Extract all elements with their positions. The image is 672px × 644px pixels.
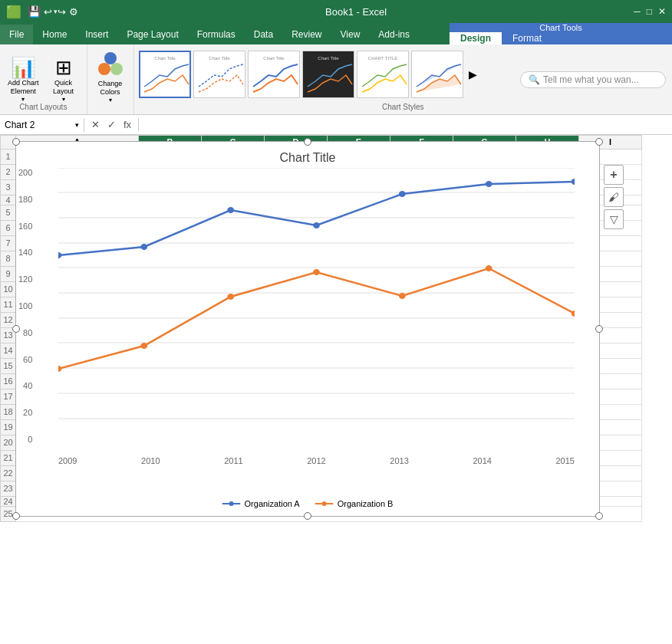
row-header: 7 [1,235,16,251]
chart-legend: Organization A Organization B [222,499,394,508]
tab-formulas[interactable]: Formulas [188,25,245,44]
svg-point-32 [58,366,61,372]
x-label-2009: 2009 [58,456,77,465]
row-header: 10 [1,281,16,297]
resize-handle-br[interactable] [595,512,603,520]
row-header: 8 [1,251,16,266]
chart-style-6[interactable] [411,51,463,98]
svg-point-34 [227,294,234,300]
resize-handle-mr[interactable] [595,325,603,333]
add-chart-icon: 📊 [11,58,35,77]
minimize-btn[interactable]: ─ [634,6,641,17]
tell-me-box[interactable]: 🔍 Tell me what you wan... [520,71,666,88]
tab-format[interactable]: Format [502,32,552,44]
chart-style-5[interactable]: CHART TITLE [357,51,409,98]
formula-buttons: ✕ ✓ fx [84,118,139,131]
tab-file[interactable]: File [0,25,33,44]
tab-design[interactable]: Design [450,32,502,44]
add-element-btn[interactable]: + [604,165,624,185]
scroll-right-btn[interactable]: ▶ [466,68,480,80]
y-label-0: 0 [18,435,32,444]
svg-point-30 [486,181,492,187]
chart-style-2[interactable]: Chart Title [193,51,245,98]
name-box-dropdown-icon[interactable]: ▾ [75,121,79,129]
row-header: 22 [1,465,16,481]
color-circles-icon [97,51,124,78]
confirm-btn[interactable]: ✓ [105,118,118,131]
undo-icon[interactable]: ↩ [44,6,52,18]
tab-add-ins[interactable]: Add-ins [369,25,419,44]
group-label-chart-styles: Chart Styles [139,103,667,111]
chart-style-3[interactable]: Chart Title [248,51,300,98]
redo-icon[interactable]: ↪ [58,6,66,18]
svg-point-29 [399,191,406,197]
svg-point-2 [110,63,123,75]
name-box[interactable]: Chart 2 ▾ [0,118,84,132]
tab-insert[interactable]: Insert [76,25,117,44]
name-box-value: Chart 2 [5,120,35,130]
row-header: 16 [1,373,16,389]
tab-page-layout[interactable]: Page Layout [117,25,187,44]
resize-handle-tl[interactable] [12,138,20,146]
svg-text:Chart Title: Chart Title [209,56,230,61]
svg-text:Chart Title: Chart Title [154,56,176,61]
legend-item-b: Organization B [315,499,394,508]
chart-style-1[interactable]: Chart Title [139,51,191,98]
y-label-40: 40 [18,381,32,390]
row-header: 23 [1,481,16,496]
resize-handle-bl[interactable] [12,512,20,520]
add-chart-group: 📊 Add ChartElement ▾ Chart Layouts ⊞ Qui… [0,44,87,114]
row-header: 21 [1,450,16,465]
y-label-140: 140 [18,248,32,257]
chart-title[interactable]: Chart Title [16,142,599,168]
svg-text:Chart Title: Chart Title [263,56,285,61]
change-colors-group: ChangeColors ▾ [87,44,134,114]
svg-point-27 [227,207,234,213]
formula-input[interactable] [139,118,672,132]
x-label-2012: 2012 [307,456,325,465]
group-label-chart-layouts: Chart Layouts [19,103,67,111]
resize-handle-bc[interactable] [304,512,311,520]
row-header: 18 [1,404,16,419]
fx-btn[interactable]: fx [121,118,133,131]
tab-review[interactable]: Review [282,25,331,44]
svg-point-25 [58,252,61,258]
chart-area[interactable]: Chart Title [15,141,600,517]
add-chart-dropdown-icon[interactable]: ▾ [21,96,25,103]
svg-rect-13 [413,52,462,97]
y-label-100: 100 [18,301,32,310]
row-header: 24 [1,496,16,506]
y-label-200: 200 [18,168,32,177]
row-header: 3 [1,179,16,195]
save-icon[interactable]: 💾 [28,5,41,18]
resize-handle-tr[interactable] [595,138,603,146]
cancel-btn[interactable]: ✕ [89,118,102,131]
tab-home[interactable]: Home [33,25,76,44]
change-colors-btn[interactable]: ChangeColors ▾ [94,48,127,107]
customize-icon[interactable]: ⚙ [69,6,78,18]
tab-data[interactable]: Data [245,25,282,44]
svg-point-33 [140,343,147,349]
tab-view[interactable]: View [331,25,370,44]
legend-label-a: Organization A [245,499,300,508]
change-colors-dropdown-icon[interactable]: ▾ [109,97,112,104]
x-label-2014: 2014 [473,456,491,465]
add-chart-element-btn[interactable]: 📊 Add ChartElement ▾ [3,54,44,106]
quick-layout-dropdown-icon[interactable]: ▾ [62,96,65,103]
maximize-btn[interactable]: □ [647,6,652,17]
resize-handle-ml[interactable] [12,325,20,333]
close-btn[interactable]: ✕ [658,6,666,17]
svg-point-28 [313,222,320,228]
resize-handle-tc[interactable] [304,138,311,146]
search-icon: 🔍 [529,74,540,85]
filter-btn[interactable]: ▽ [604,209,624,229]
legend-item-a: Organization A [222,499,300,508]
svg-point-37 [486,265,492,271]
y-label-60: 60 [18,355,32,364]
quick-layout-btn[interactable]: ⊞ QuickLayout ▾ [44,54,84,106]
svg-point-1 [98,63,110,75]
chart-style-4[interactable]: Chart Title [302,51,354,98]
style-btn[interactable]: 🖌 [604,187,624,207]
row-header: 4 [1,195,16,205]
x-label-2013: 2013 [390,456,408,465]
